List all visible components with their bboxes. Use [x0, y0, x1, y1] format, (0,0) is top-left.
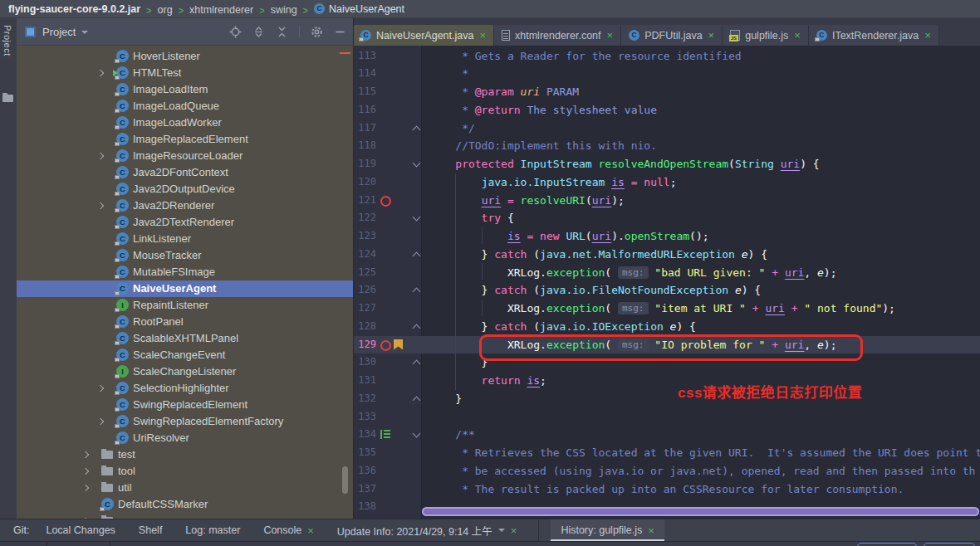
fold-marker-icon[interactable]: [413, 430, 421, 438]
breadcrumb-item[interactable]: xhtmlrenderer: [189, 4, 253, 16]
breakpoint-icon[interactable]: [380, 340, 391, 351]
code-line-123[interactable]: 123 is = new URL(uri).openStream();: [353, 227, 980, 246]
tree-item-java2doutputdevice[interactable]: CJava2DOutputDevice: [17, 181, 353, 197]
close-icon[interactable]: ×: [794, 30, 801, 41]
code-line-115[interactable]: 115 * @param uri PARAM: [353, 83, 980, 101]
tree-item-mousetracker[interactable]: CMouseTracker: [17, 247, 353, 264]
code-editor[interactable]: 113 * Gets a Reader for the resource ide…: [353, 46, 980, 519]
tree-item-test[interactable]: test: [17, 446, 353, 463]
code-line-132[interactable]: 132 }: [353, 390, 980, 408]
editor-tab-pdfutil-java[interactable]: CPDFUtil.java×: [621, 25, 723, 46]
chevron-down-icon[interactable]: [81, 31, 88, 34]
horizontal-scrollbar[interactable]: [422, 507, 979, 516]
close-icon[interactable]: ×: [479, 30, 486, 41]
tree-item-repaintlistener[interactable]: IRepaintListener: [17, 297, 353, 314]
fold-marker-icon[interactable]: [413, 159, 421, 168]
chevron-right-icon[interactable]: [97, 385, 104, 392]
vcs-marker-icon[interactable]: [380, 430, 382, 439]
code-text[interactable]: * Gets a Reader for the resource identif…: [429, 47, 742, 66]
fold-marker-icon[interactable]: [413, 324, 421, 332]
code-line-119[interactable]: 119 protected InputStream resolveAndOpen…: [353, 155, 980, 173]
tree-item-imageloadworker[interactable]: CImageLoadWorker: [17, 115, 353, 131]
code-line-117[interactable]: 117 */: [353, 119, 980, 138]
code-text[interactable]: //TOdO:implement this with nio.: [429, 137, 657, 155]
chevron-right-icon[interactable]: [82, 468, 89, 475]
tree-item-defaultcssmarker[interactable]: CDefaultCSSMarker: [17, 496, 353, 513]
code-text[interactable]: * The result is packed up into an CSSRes…: [429, 480, 904, 499]
code-line-125[interactable]: 125 XRLog.exception( msg: "bad URL given…: [353, 264, 980, 282]
tree-item-java2dtextrenderer[interactable]: CJava2DTextRenderer: [17, 214, 353, 231]
code-line-131[interactable]: 131 return is;: [353, 372, 980, 390]
tree-item-util[interactable]: util: [17, 480, 353, 496]
bottom-tab-update-info-2021-4-29-9-14-[interactable]: Update Info: 2021/4/29, 9:14 上午×: [336, 519, 519, 541]
code-text[interactable]: protected InputStream resolveAndOpenStre…: [429, 155, 820, 173]
code-line-113[interactable]: 113 * Gets a Reader for the resource ide…: [353, 47, 980, 66]
tree-item-hoverlistener[interactable]: CHoverListener: [17, 48, 353, 65]
fold-marker-icon[interactable]: [413, 213, 421, 222]
tree-item-scalechangeevent[interactable]: CScaleChangeEvent: [17, 347, 353, 363]
tree-item-imagereplacedelement[interactable]: CImageReplacedElement: [17, 131, 353, 148]
code-line-128[interactable]: 128 } catch (java.io.IOException e) {: [353, 318, 980, 336]
code-line-120[interactable]: 120 java.io.InputStream is = null;: [353, 173, 980, 192]
tree-item-swingreplacedelement[interactable]: CSwingReplacedElement: [17, 397, 353, 413]
tree-item-imageloaditem[interactable]: CImageLoadItem: [17, 81, 353, 98]
tree-item-htmltest[interactable]: CHTMLTest: [17, 65, 353, 81]
close-icon[interactable]: ×: [607, 30, 614, 41]
code-text[interactable]: */: [429, 119, 475, 138]
code-line-136[interactable]: 136 * be accessed (using java.io or java…: [353, 462, 980, 480]
editor-tab-naiveuseragent-java[interactable]: CNaiveUserAgent.java×: [353, 25, 494, 46]
breakpoint-icon[interactable]: [380, 196, 391, 207]
code-text[interactable]: XRLog.exception( msg: "bad URL given: " …: [429, 264, 837, 282]
editor-tab-gulpfile-js[interactable]: gulpfile.js×: [723, 25, 809, 46]
chevron-right-icon[interactable]: [97, 202, 104, 209]
fold-marker-icon[interactable]: [413, 125, 421, 134]
locate-icon[interactable]: [229, 26, 242, 38]
code-line-134[interactable]: 134 /**: [353, 426, 980, 444]
panel-splitter[interactable]: [353, 18, 354, 519]
tree-item-selectionhighlighter[interactable]: CSelectionHighlighter: [17, 380, 353, 397]
code-text[interactable]: * Retrieves the CSS located at the given…: [429, 444, 980, 462]
code-text[interactable]: * @return The stylesheet value: [429, 101, 657, 119]
code-line-126[interactable]: 126 } catch (java.io.FileNotFoundExcepti…: [353, 281, 980, 300]
close-icon[interactable]: ×: [924, 30, 931, 41]
tree-item-imageloadqueue[interactable]: CImageLoadQueue: [17, 98, 353, 115]
chevron-right-icon[interactable]: [97, 418, 104, 425]
code-text[interactable]: XRLog.exception( msg: "item at URI " + u…: [429, 300, 895, 318]
tree-item-scalechangelistener[interactable]: IScaleChangeListener: [17, 363, 353, 380]
code-text[interactable]: } catch (java.io.FileNotFoundException e…: [429, 281, 761, 300]
close-icon[interactable]: ×: [511, 524, 517, 537]
collapse-all-icon[interactable]: [276, 26, 288, 38]
code-text[interactable]: return is;: [429, 372, 546, 390]
chevron-down-icon[interactable]: [498, 529, 505, 532]
project-panel-title[interactable]: Project: [42, 26, 76, 38]
tree-item-uriresolver[interactable]: CUriResolver: [17, 430, 353, 446]
tree-item-imageresourceloader[interactable]: CImageResourceLoader: [17, 148, 353, 164]
bottom-tab-local-changes[interactable]: Local Changes: [44, 519, 116, 541]
code-line-122[interactable]: 122 try {: [353, 209, 980, 227]
code-line-133[interactable]: 133: [353, 408, 980, 427]
gear-icon[interactable]: [311, 26, 323, 38]
tree-item[interactable]: [17, 513, 353, 519]
code-line-121[interactable]: 121 uri = resolveURI(uri);: [353, 192, 980, 210]
code-text[interactable]: is = new URL(uri).openStream();: [429, 227, 709, 246]
project-stripe-tab[interactable]: Project: [2, 25, 12, 56]
tree-item-tool[interactable]: tool: [17, 463, 353, 480]
code-text[interactable]: }: [429, 390, 462, 408]
code-text[interactable]: *: [429, 65, 468, 83]
breadcrumb-leaf[interactable]: NaiveUserAgent: [329, 3, 404, 15]
expand-all-icon[interactable]: [252, 26, 265, 38]
bottom-tab-shelf[interactable]: Shelf: [137, 519, 164, 541]
fold-marker-icon[interactable]: [413, 396, 421, 404]
chevron-right-icon[interactable]: [82, 485, 89, 491]
code-line-116[interactable]: 116 * @return The stylesheet value: [353, 101, 980, 119]
clipped-button[interactable]: [857, 543, 917, 546]
breadcrumb-root[interactable]: flying-saucer-core-9.0.2.jar: [8, 3, 140, 15]
code-text[interactable]: } catch (java.io.IOException e) {: [429, 318, 696, 336]
tree-item-naiveuseragent[interactable]: CNaiveUserAgent: [17, 280, 353, 297]
tree-item-mutablefsimage[interactable]: CMutableFSImage: [17, 264, 353, 280]
chevron-right-icon[interactable]: [97, 70, 104, 76]
tree-item-scalablexhtmlpanel[interactable]: CScalableXHTMLPanel: [17, 330, 353, 347]
code-text[interactable]: uri = resolveURI(uri);: [429, 192, 625, 210]
bookmark-icon[interactable]: [394, 339, 403, 350]
tree-item-java2dfontcontext[interactable]: CJava2DFontContext: [17, 164, 353, 181]
